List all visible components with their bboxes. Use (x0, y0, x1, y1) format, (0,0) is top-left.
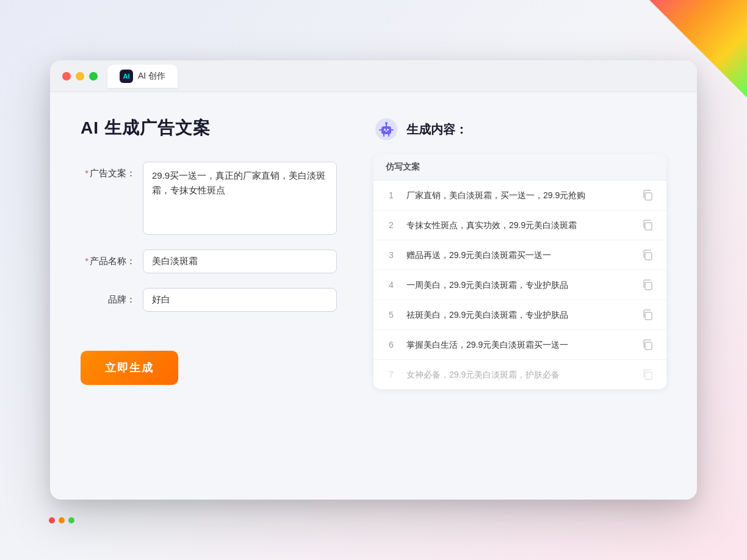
row-number: 4 (386, 280, 397, 290)
generate-button[interactable]: 立即生成 (81, 351, 178, 385)
row-text: 专抹女性斑点，真实功效，29.9元美白淡斑霜 (406, 219, 631, 232)
svg-rect-1 (381, 126, 391, 134)
result-title: 生成内容： (406, 121, 467, 138)
svg-rect-3 (387, 129, 389, 131)
result-rows-container: 1厂家直销，美白淡斑霜，买一送一，29.9元抢购 2专抹女性斑点，真实功效，29… (374, 181, 666, 389)
window-controls (62, 72, 98, 81)
svg-rect-11 (645, 193, 652, 200)
copy-icon[interactable] (641, 278, 654, 292)
required-star-1: * (85, 168, 88, 178)
result-row[interactable]: 1厂家直销，美白淡斑霜，买一送一，29.9元抢购 (374, 181, 666, 210)
dot-orange (59, 517, 65, 523)
ad-copy-group: *广告文案： (81, 162, 337, 235)
copy-icon[interactable] (641, 248, 654, 262)
row-number: 1 (386, 190, 397, 200)
dot-green (68, 517, 74, 523)
row-text: 祛斑美白，29.9元美白淡斑霜，专业护肤品 (406, 309, 631, 321)
svg-rect-16 (645, 342, 652, 350)
brand-group: 品牌： (81, 288, 337, 312)
svg-rect-17 (645, 372, 652, 379)
result-row[interactable]: 3赠品再送，29.9元美白淡斑霜买一送一 (374, 240, 666, 270)
robot-icon (374, 117, 399, 142)
left-panel: AI 生成广告文案 *广告文案： *产品名称： 品牌： 立 (81, 117, 337, 464)
maximize-button[interactable] (89, 72, 98, 81)
brand-input[interactable] (143, 288, 337, 312)
row-text: 女神必备，29.9元美白淡斑霜，护肤必备 (406, 368, 631, 381)
copy-icon[interactable] (641, 218, 654, 232)
copy-icon[interactable] (641, 368, 654, 381)
ai-tab-icon: AI (120, 70, 133, 83)
svg-point-6 (385, 122, 388, 124)
row-number: 5 (386, 310, 397, 320)
brand-label: 品牌： (81, 288, 135, 306)
browser-window: AI AI 创作 AI 生成广告文案 *广告文案： *产品名称： (50, 60, 697, 500)
table-header: 仿写文案 (374, 154, 666, 181)
result-row[interactable]: 6掌握美白生活，29.9元美白淡斑霜买一送一 (374, 330, 666, 360)
result-row[interactable]: 5祛斑美白，29.9元美白淡斑霜，专业护肤品 (374, 300, 666, 330)
right-panel: 生成内容： 仿写文案 1厂家直销，美白淡斑霜，买一送一，29.9元抢购 2专抹女… (374, 117, 666, 464)
result-row[interactable]: 2专抹女性斑点，真实功效，29.9元美白淡斑霜 (374, 210, 666, 240)
title-bar: AI AI 创作 (50, 60, 697, 92)
row-number: 2 (386, 220, 397, 230)
page-title: AI 生成广告文案 (81, 117, 337, 140)
ad-copy-textarea[interactable] (143, 162, 337, 235)
svg-rect-2 (384, 129, 386, 131)
row-text: 厂家直销，美白淡斑霜，买一送一，29.9元抢购 (406, 189, 631, 202)
close-button[interactable] (62, 72, 71, 81)
row-text: 一周美白，29.9元美白淡斑霜，专业护肤品 (406, 279, 631, 292)
svg-rect-14 (645, 282, 652, 290)
ai-tab[interactable]: AI AI 创作 (107, 65, 178, 88)
required-star-2: * (85, 256, 88, 266)
copy-icon[interactable] (641, 308, 654, 321)
corner-decoration-bl (49, 517, 74, 523)
result-row[interactable]: 4一周美白，29.9元美白淡斑霜，专业护肤品 (374, 270, 666, 300)
row-text: 赠品再送，29.9元美白淡斑霜买一送一 (406, 249, 631, 262)
svg-rect-13 (645, 253, 652, 260)
row-text: 掌握美白生活，29.9元美白淡斑霜买一送一 (406, 339, 631, 351)
copy-icon[interactable] (641, 188, 654, 202)
result-row[interactable]: 7女神必备，29.9元美白淡斑霜，护肤必备 (374, 360, 666, 389)
ad-copy-label: *广告文案： (81, 162, 135, 179)
dot-red (49, 517, 55, 523)
product-name-label: *产品名称： (81, 249, 135, 267)
result-table: 仿写文案 1厂家直销，美白淡斑霜，买一送一，29.9元抢购 2专抹女性斑点，真实… (374, 154, 666, 389)
product-name-group: *产品名称： (81, 249, 337, 273)
row-number: 3 (386, 250, 397, 260)
minimize-button[interactable] (76, 72, 84, 81)
product-name-input[interactable] (143, 249, 337, 273)
row-number: 7 (386, 370, 397, 379)
row-number: 6 (386, 340, 397, 350)
copy-icon[interactable] (641, 338, 654, 351)
svg-rect-12 (645, 223, 652, 230)
result-header: 生成内容： (374, 117, 666, 142)
svg-rect-15 (645, 312, 652, 320)
tab-label: AI 创作 (138, 71, 165, 82)
main-content: AI 生成广告文案 *广告文案： *产品名称： 品牌： 立 (50, 92, 697, 489)
svg-rect-4 (386, 131, 388, 132)
